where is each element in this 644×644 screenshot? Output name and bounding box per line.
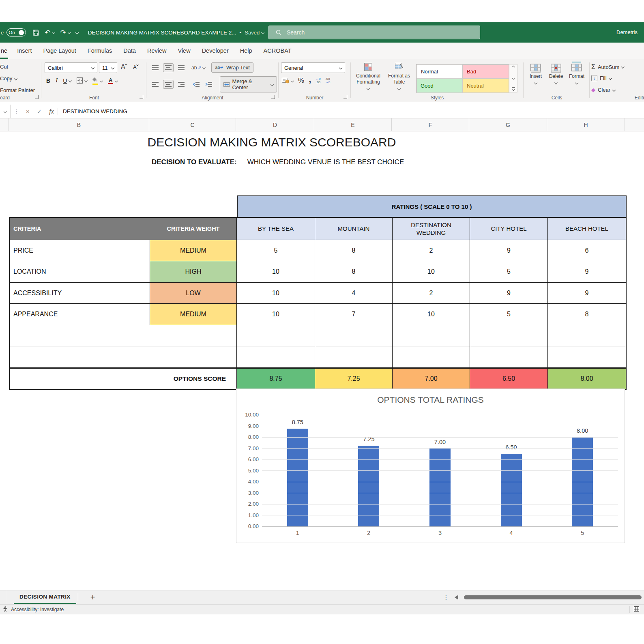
- horizontal-scrollbar-thumb[interactable]: [464, 595, 642, 599]
- align-left-icon[interactable]: [150, 80, 160, 88]
- increase-decimal-icon[interactable]: ←0.00: [316, 77, 320, 84]
- weight-cell[interactable]: LOW: [150, 283, 237, 304]
- new-sheet-button[interactable]: +: [90, 593, 95, 601]
- column-header-e[interactable]: E: [314, 118, 392, 131]
- score-cell[interactable]: 7.00: [393, 368, 470, 389]
- worksheet-area[interactable]: DECISION MAKING MATRIX SCOREBOARD DECISI…: [0, 131, 644, 590]
- conditional-formatting-button[interactable]: Conditional Formatting: [353, 63, 384, 90]
- orientation-icon[interactable]: ab↗: [191, 65, 202, 71]
- weight-cell[interactable]: MEDIUM: [150, 240, 237, 261]
- rating-cell[interactable]: 10: [393, 261, 470, 283]
- underline-button[interactable]: U: [63, 77, 67, 84]
- empty-cell[interactable]: [548, 346, 626, 368]
- clipboard-dialog-launcher-icon[interactable]: [35, 95, 39, 99]
- rating-cell[interactable]: 9: [470, 240, 548, 261]
- column-header-g[interactable]: G: [469, 118, 547, 131]
- ribbon-tab-acrobat[interactable]: ACROBAT: [258, 43, 297, 59]
- rating-cell[interactable]: 6: [548, 240, 626, 261]
- undo-dropdown-icon[interactable]: [52, 31, 55, 34]
- rating-cell[interactable]: 10: [393, 304, 470, 325]
- criteria-cell[interactable]: PRICE: [10, 240, 150, 261]
- enter-icon[interactable]: ✓: [33, 108, 46, 115]
- top-align-icon[interactable]: [150, 64, 160, 72]
- sheet-tab-decision-matrix[interactable]: DECISION MATRIX: [14, 590, 76, 604]
- ribbon-tab-page-layout[interactable]: Page Layout: [37, 43, 82, 59]
- decrease-font-size-button[interactable]: A: [133, 64, 138, 70]
- format-as-table-button[interactable]: Format as Table: [385, 63, 413, 90]
- empty-cell[interactable]: [393, 346, 470, 368]
- fill-color-icon[interactable]: [92, 77, 98, 85]
- rating-cell[interactable]: 5: [470, 261, 548, 283]
- rating-cell[interactable]: 10: [237, 261, 315, 283]
- name-box[interactable]: [0, 105, 11, 118]
- gallery-up-icon[interactable]: [511, 66, 515, 69]
- redo-dropdown-icon[interactable]: [67, 31, 71, 34]
- autosave-control[interactable]: e On: [1, 28, 26, 36]
- empty-cell[interactable]: [315, 346, 393, 368]
- chart-bar[interactable]: [501, 454, 522, 526]
- ribbon-tab-home-partial[interactable]: ne: [0, 43, 11, 59]
- autosum-button[interactable]: ΣAutoSum: [591, 63, 624, 71]
- style-normal[interactable]: Normal: [417, 65, 462, 78]
- ribbon-tab-insert[interactable]: Insert: [11, 43, 37, 59]
- saved-status[interactable]: Saved: [245, 30, 264, 36]
- weight-cell[interactable]: HIGH: [150, 261, 237, 283]
- tab-bar-resize-handle[interactable]: ⋮: [443, 594, 449, 601]
- ribbon-tab-formulas[interactable]: Formulas: [82, 43, 118, 59]
- insert-function-icon[interactable]: fx: [45, 108, 58, 115]
- italic-button[interactable]: I: [56, 77, 58, 84]
- empty-cell[interactable]: [315, 325, 393, 346]
- comma-style-button[interactable]: ,: [309, 77, 311, 82]
- borders-icon[interactable]: [77, 77, 83, 84]
- empty-cell[interactable]: [10, 325, 237, 346]
- column-header-h[interactable]: H: [547, 118, 625, 131]
- borders-dropdown-icon[interactable]: [84, 79, 88, 82]
- sheet-tab-scroll-stub[interactable]: [0, 590, 7, 604]
- criteria-cell[interactable]: ACCESSIBILITY: [10, 283, 150, 304]
- copy-dropdown-icon[interactable]: [14, 77, 17, 80]
- column-header-d[interactable]: D: [236, 118, 314, 131]
- rating-cell[interactable]: 8: [315, 240, 393, 261]
- style-neutral[interactable]: Neutral: [463, 79, 509, 92]
- user-name[interactable]: Demetris: [616, 29, 638, 35]
- align-right-icon[interactable]: [176, 80, 186, 88]
- delete-cells-button[interactable]: ✕ Delete: [547, 64, 565, 84]
- autosave-toggle[interactable]: On: [6, 28, 26, 36]
- format-cells-button[interactable]: Format: [567, 64, 586, 84]
- chart-bar[interactable]: [287, 429, 308, 526]
- options-total-ratings-chart[interactable]: OPTIONS TOTAL RATINGS 0.001.002.003.004.…: [236, 389, 625, 543]
- decrease-decimal-icon[interactable]: .00→0: [325, 77, 330, 84]
- rating-cell[interactable]: 7: [315, 304, 393, 325]
- style-bad[interactable]: Bad: [463, 65, 509, 78]
- empty-cell[interactable]: [548, 325, 626, 346]
- bold-button[interactable]: B: [46, 77, 50, 84]
- number-dialog-launcher-icon[interactable]: [343, 95, 347, 99]
- fill-color-dropdown-icon[interactable]: [100, 79, 103, 82]
- column-header-b[interactable]: B: [9, 118, 149, 131]
- insert-cells-button[interactable]: ← Insert: [526, 64, 545, 84]
- customize-qat-icon[interactable]: [75, 31, 78, 34]
- ribbon-tab-view[interactable]: View: [172, 43, 196, 59]
- font-color-icon[interactable]: A: [108, 77, 113, 84]
- middle-align-icon[interactable]: [163, 63, 174, 72]
- score-cell[interactable]: 8.75: [237, 368, 315, 389]
- merge-center-button[interactable]: Merge & Center: [220, 76, 277, 92]
- redo-button[interactable]: ↷: [60, 28, 66, 37]
- save-icon[interactable]: [32, 29, 39, 36]
- score-cell[interactable]: 8.00: [548, 368, 626, 389]
- fill-dropdown-icon[interactable]: [608, 76, 612, 79]
- empty-cell[interactable]: [237, 325, 315, 346]
- option-header[interactable]: DESTINATION WEDDING: [393, 218, 470, 240]
- number-format-combo[interactable]: General: [281, 62, 345, 73]
- rating-cell[interactable]: 5: [470, 304, 548, 325]
- font-dialog-launcher-icon[interactable]: [140, 95, 143, 99]
- score-cell[interactable]: 7.25: [315, 368, 393, 389]
- chart-bar[interactable]: [358, 446, 379, 526]
- rating-cell[interactable]: 2: [393, 240, 470, 261]
- column-header-c[interactable]: C: [149, 118, 236, 131]
- search-box[interactable]: [268, 26, 480, 39]
- weight-cell[interactable]: MEDIUM: [150, 304, 237, 325]
- empty-cell[interactable]: [470, 325, 548, 346]
- accessibility-status[interactable]: Accessibility: Investigate: [11, 607, 64, 612]
- decrease-indent-icon[interactable]: [191, 80, 201, 88]
